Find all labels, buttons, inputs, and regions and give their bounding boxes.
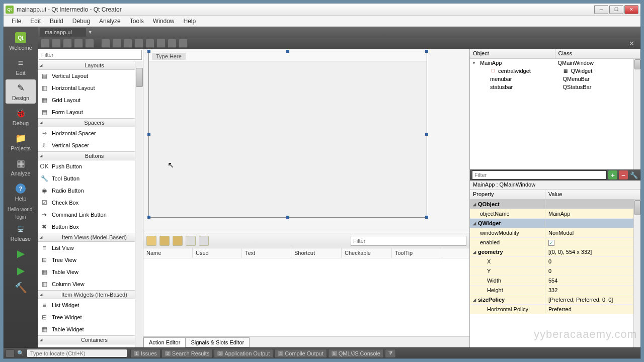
scrollbar[interactable]	[633, 59, 640, 169]
scrollbar[interactable]	[135, 61, 143, 347]
action-table-body[interactable]	[143, 258, 469, 336]
category-header[interactable]: Containers	[38, 335, 143, 344]
obj-col-class[interactable]: Class	[555, 49, 641, 58]
act-icon[interactable]	[159, 236, 170, 246]
action-col[interactable]: Used	[193, 248, 242, 258]
property-row[interactable]: Width554	[470, 276, 640, 286]
sidebar-toggle-icon[interactable]	[6, 349, 15, 357]
action-col[interactable]: ToolTip	[392, 248, 442, 258]
mode-projects[interactable]: 📁Projects	[6, 130, 36, 154]
mode-edit[interactable]: ≡Edit	[6, 54, 36, 78]
property-row[interactable]: Horizontal PolicyPreferred	[470, 305, 640, 314]
minimize-button[interactable]: ─	[594, 5, 608, 14]
widget-tool-button[interactable]: 🔧Tool Button	[38, 172, 143, 185]
object-row[interactable]: ☐centralwidget▦QWidget	[470, 67, 640, 75]
action-col[interactable]: Shortcut	[291, 248, 342, 258]
close-tab-icon[interactable]: ✕	[626, 40, 637, 47]
object-inspector[interactable]: ▾MainAppQMainWindow☐centralwidget▦QWidge…	[470, 59, 640, 169]
locator-input[interactable]	[27, 349, 127, 357]
tb-icon[interactable]	[168, 39, 177, 48]
run-button[interactable]: ▶	[6, 245, 36, 261]
widget-column-view[interactable]: ▥Column View	[38, 278, 143, 290]
kit-selector[interactable]: 🖥️Release	[6, 220, 36, 244]
expand-icon[interactable]: ◢	[473, 298, 478, 302]
property-row[interactable]: X0	[470, 257, 640, 266]
tb-icon[interactable]	[179, 39, 188, 48]
remove-property-icon[interactable]: −	[619, 170, 628, 179]
object-row[interactable]: statusbarQStatusBar	[470, 83, 640, 91]
tb-icon[interactable]	[134, 39, 143, 48]
tb-icon[interactable]	[63, 39, 72, 48]
editor-tab[interactable]: Action Editor	[143, 337, 186, 347]
obj-col-object[interactable]: Object	[470, 49, 555, 58]
tb-icon[interactable]	[156, 39, 166, 48]
form-canvas[interactable]: Type Here ↖	[143, 49, 469, 233]
prop-col-value[interactable]: Value	[545, 190, 640, 199]
tab-dropdown-icon[interactable]: ▼	[88, 30, 93, 35]
menu-help[interactable]: Help	[180, 16, 200, 26]
widget-form-layout[interactable]: ▤Form Layout	[38, 106, 143, 118]
menubar-type-here[interactable]: Type Here	[152, 53, 186, 60]
mode-debug[interactable]: 🐞Debug	[6, 105, 36, 129]
mode-design[interactable]: ✎Design	[6, 79, 36, 104]
widget-push-button[interactable]: OKPush Button	[38, 160, 143, 172]
output-pane-search-results[interactable]: 2Search Results	[162, 349, 213, 358]
tb-icon[interactable]	[74, 39, 83, 48]
category-header[interactable]: Item Widgets (Item-Based)	[38, 290, 143, 299]
document-tab[interactable]: mainapp.ui	[40, 28, 86, 37]
menu-analyze[interactable]: Analyze	[95, 16, 125, 26]
expand-icon[interactable]: ◢	[473, 250, 478, 254]
wrench-icon[interactable]: 🔧	[629, 170, 638, 179]
widget-check-box[interactable]: ☑Check Box	[38, 197, 143, 209]
category-header[interactable]: Spacers	[38, 118, 143, 127]
maximize-button[interactable]: ☐	[609, 5, 623, 14]
mode-welcome[interactable]: QtWelcome	[6, 29, 36, 53]
run-debug-button[interactable]: ▶	[6, 262, 36, 279]
object-row[interactable]: ▾MainAppQMainWindow	[470, 59, 640, 67]
delete-action-icon[interactable]	[186, 236, 196, 246]
build-button[interactable]: 🔨	[6, 280, 36, 296]
editor-tab[interactable]: Signals & Slots Editor	[185, 337, 250, 347]
tb-icon[interactable]	[145, 39, 154, 48]
tb-icon[interactable]	[123, 39, 132, 48]
widgetbox-filter[interactable]	[39, 50, 142, 60]
property-row[interactable]: Height332	[470, 286, 640, 295]
category-header[interactable]: Item Views (Model-Based)	[38, 233, 143, 242]
output-pane-application-output[interactable]: 3Application Output	[214, 349, 273, 358]
scrollbar[interactable]	[633, 200, 640, 347]
widget-vertical-spacer[interactable]: ⇳Vertical Spacer	[38, 139, 143, 151]
action-col[interactable]: Checkable	[342, 248, 392, 258]
widget-horizontal-spacer[interactable]: ⇿Horizontal Spacer	[38, 127, 143, 139]
act-icon[interactable]	[173, 236, 183, 246]
expand-icon[interactable]: ▾	[473, 61, 478, 65]
property-filter[interactable]	[472, 170, 607, 179]
property-row[interactable]: Y0	[470, 266, 640, 276]
widget-tree-view[interactable]: ⊟Tree View	[38, 254, 143, 266]
widget-table-view[interactable]: ▦Table View	[38, 266, 143, 278]
menu-edit[interactable]: Edit	[26, 16, 45, 26]
form-main-window[interactable]: Type Here	[148, 51, 427, 218]
output-pane-qml-js-console[interactable]: 5QML/JS Console	[328, 349, 384, 358]
menu-debug[interactable]: Debug	[68, 16, 94, 26]
mode-help[interactable]: ?Help	[6, 180, 36, 204]
output-pane-compile-output[interactable]: 4Compile Output	[274, 349, 327, 358]
property-row[interactable]: windowModalityNonModal	[470, 228, 640, 238]
widget-button-box[interactable]: ✖Button Box	[38, 221, 143, 233]
property-row[interactable]: enabled✓	[470, 238, 640, 247]
output-pane-issues[interactable]: 1Issues	[130, 349, 160, 358]
category-header[interactable]: Layouts	[38, 61, 143, 70]
new-action-icon[interactable]	[146, 236, 156, 246]
pane-selector-icon[interactable]: ⧩	[385, 349, 396, 358]
widget-grid-layout[interactable]: ▦Grid Layout	[38, 94, 143, 106]
property-row[interactable]: ◢QWidget	[470, 219, 640, 228]
tb-icon[interactable]	[112, 39, 121, 48]
widget-table-widget[interactable]: ▦Table Widget	[38, 323, 143, 335]
action-col[interactable]: Name	[143, 248, 193, 258]
object-row[interactable]: menubarQMenuBar	[470, 75, 640, 83]
close-button[interactable]: ✕	[624, 5, 638, 14]
tb-icon[interactable]	[52, 39, 61, 48]
menu-window[interactable]: Window	[149, 16, 179, 26]
widget-group-box[interactable]: ▢Group Box	[38, 344, 143, 347]
tool-icon[interactable]	[199, 236, 209, 246]
action-col[interactable]: Text	[242, 248, 291, 258]
